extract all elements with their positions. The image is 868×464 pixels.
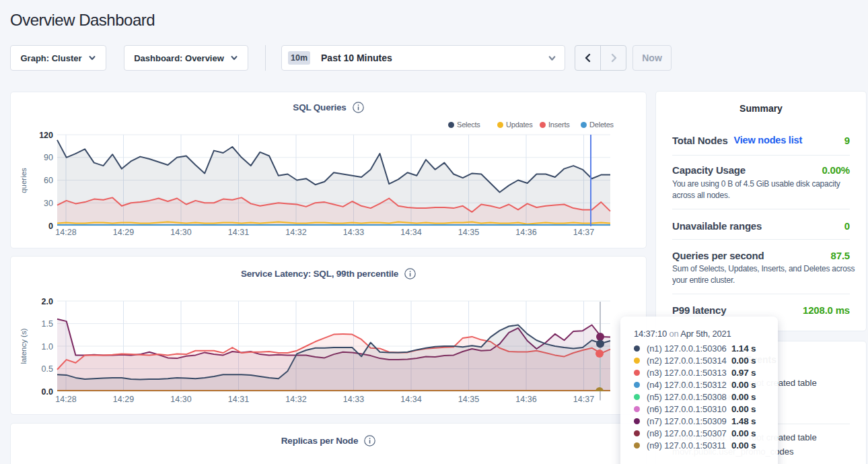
svg-text:14:29: 14:29	[113, 228, 134, 237]
svg-text:14:35: 14:35	[458, 395, 479, 404]
svg-text:14:33: 14:33	[343, 395, 364, 404]
svg-text:14:31: 14:31	[228, 395, 249, 404]
svg-text:14:29: 14:29	[113, 395, 134, 404]
svg-text:2.0: 2.0	[42, 297, 53, 306]
svg-text:14:30: 14:30	[170, 228, 191, 237]
svg-text:14:36: 14:36	[515, 228, 536, 237]
svg-text:0.5: 0.5	[42, 364, 53, 374]
svg-text:60: 60	[44, 176, 53, 185]
svg-text:14:32: 14:32	[285, 395, 306, 404]
svg-text:14:36: 14:36	[515, 395, 536, 404]
svg-text:1.0: 1.0	[42, 342, 53, 352]
svg-text:30: 30	[44, 199, 53, 208]
svg-text:90: 90	[44, 153, 53, 162]
svg-text:14:34: 14:34	[400, 395, 421, 404]
svg-text:0: 0	[48, 222, 53, 231]
svg-text:14:34: 14:34	[400, 228, 421, 237]
svg-text:14:31: 14:31	[228, 228, 249, 237]
svg-text:120: 120	[39, 131, 53, 140]
svg-text:14:28: 14:28	[55, 228, 76, 237]
svg-text:0.0: 0.0	[42, 387, 53, 397]
svg-text:latency (s): latency (s)	[20, 328, 28, 364]
svg-text:14:32: 14:32	[285, 228, 306, 237]
svg-text:14:33: 14:33	[343, 228, 364, 237]
svg-text:14:35: 14:35	[458, 228, 479, 237]
svg-text:14:28: 14:28	[55, 395, 76, 404]
svg-text:14:37: 14:37	[573, 228, 594, 237]
svg-text:queries: queries	[20, 168, 28, 193]
svg-text:1.5: 1.5	[42, 319, 53, 329]
svg-text:14:30: 14:30	[170, 395, 191, 404]
svg-text:14:37: 14:37	[573, 395, 594, 404]
